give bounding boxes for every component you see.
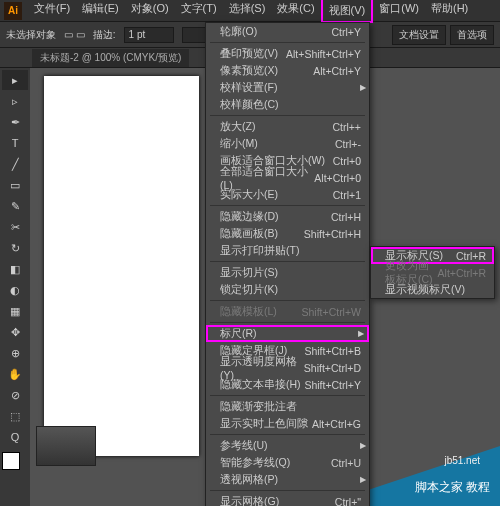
tool-10[interactable]: ◐ [2,280,28,300]
menu-w[interactable]: 窗口(W) [373,0,425,23]
tool-8[interactable]: ↻ [2,238,28,258]
menu-c[interactable]: 效果(C) [271,0,320,23]
preferences-button[interactable]: 首选项 [450,25,494,45]
view-menu-item-27[interactable]: 隐藏渐变批注者 [206,398,369,415]
view-menu-item-4[interactable]: 校样设置(F)▶ [206,79,369,96]
tool-6[interactable]: ✎ [2,196,28,216]
view-menu-item-28[interactable]: 显示实时上色间隙Alt+Ctrl+G [206,415,369,432]
tool-3[interactable]: T [2,133,28,153]
tool-0[interactable]: ▸ [2,70,28,90]
view-menu-item-17[interactable]: 显示切片(S) [206,264,369,281]
view-menu-item-20: 隐藏模板(L)Shift+Ctrl+W [206,303,369,320]
preview-thumbnail [36,426,96,466]
tool-14[interactable]: ✋ [2,364,28,384]
menu-o[interactable]: 对象(O) [125,0,175,23]
tool-12[interactable]: ✥ [2,322,28,342]
tool-16[interactable]: ⬚ [2,406,28,426]
tool-13[interactable]: ⊕ [2,343,28,363]
view-menu-item-0[interactable]: 轮廓(O)Ctrl+Y [206,23,369,40]
artboard[interactable] [44,76,199,456]
view-menu-item-11[interactable]: 实际大小(E)Ctrl+1 [206,186,369,203]
tool-15[interactable]: ⊘ [2,385,28,405]
app-logo-icon: Ai [4,2,22,20]
tools-panel: ▸▹✒T╱▭✎✂↻◧◐▦✥⊕✋⊘⬚Q [0,68,30,506]
tool-5[interactable]: ▭ [2,175,28,195]
document-tab[interactable]: 未标题-2 @ 100% (CMYK/预览) [32,49,189,67]
tool-4[interactable]: ╱ [2,154,28,174]
doc-setup-button[interactable]: 文档设置 [392,25,446,45]
view-menu-item-32[interactable]: 透视网格(P)▶ [206,471,369,488]
view-menu-item-10[interactable]: 全部适合窗口大小(L)Alt+Ctrl+0 [206,169,369,186]
menu-v[interactable]: 视图(V) [321,0,374,23]
tool-9[interactable]: ◧ [2,259,28,279]
menu-f[interactable]: 文件(F) [28,0,76,23]
menu-e[interactable]: 编辑(E) [76,0,125,23]
tool-1[interactable]: ▹ [2,91,28,111]
view-menu-item-13[interactable]: 隐藏边缘(D)Ctrl+H [206,208,369,225]
tool-7[interactable]: ✂ [2,217,28,237]
view-menu-item-31[interactable]: 智能参考线(Q)Ctrl+U [206,454,369,471]
view-menu-item-2[interactable]: 叠印预览(V)Alt+Shift+Ctrl+Y [206,45,369,62]
view-menu-item-25[interactable]: 隐藏文本串接(H)Shift+Ctrl+Y [206,376,369,393]
menu-h[interactable]: 帮助(H) [425,0,474,23]
ruler-menu-item-1: 更改为画板标尺(C)Alt+Ctrl+R [371,264,494,281]
stroke-weight-input[interactable]: 1 pt [124,27,174,43]
tool-17[interactable]: Q [2,427,28,447]
view-menu: 轮廓(O)Ctrl+Y叠印预览(V)Alt+Shift+Ctrl+Y像素预览(X… [205,22,370,506]
fill-swatch[interactable] [2,452,20,470]
view-menu-item-34[interactable]: 显示网格(G)Ctrl+" [206,493,369,506]
view-menu-item-30[interactable]: 参考线(U)▶ [206,437,369,454]
stroke-label: 描边: [93,28,116,42]
view-menu-item-24[interactable]: 显示透明度网格(Y)Shift+Ctrl+D [206,359,369,376]
tool-11[interactable]: ▦ [2,301,28,321]
view-menu-item-18[interactable]: 锁定切片(K) [206,281,369,298]
view-menu-item-3[interactable]: 像素预览(X)Alt+Ctrl+Y [206,62,369,79]
tool-2[interactable]: ✒ [2,112,28,132]
menubar: Ai 文件(F)编辑(E)对象(O)文字(T)选择(S)效果(C)视图(V)窗口… [0,0,500,22]
no-selection-label: 未选择对象 [6,28,56,42]
ruler-menu-item-2[interactable]: 显示视频标尺(V) [371,281,494,298]
view-menu-item-15[interactable]: 显示打印拼贴(T) [206,242,369,259]
view-menu-item-5[interactable]: 校样颜色(C) [206,96,369,113]
menu-s[interactable]: 选择(S) [223,0,272,23]
menu-t[interactable]: 文字(T) [175,0,223,23]
view-menu-item-8[interactable]: 缩小(M)Ctrl+- [206,135,369,152]
view-menu-item-7[interactable]: 放大(Z)Ctrl++ [206,118,369,135]
ruler-submenu: 显示标尺(S)Ctrl+R更改为画板标尺(C)Alt+Ctrl+R显示视频标尺(… [370,246,495,299]
view-menu-item-22[interactable]: 标尺(R)▶ [206,325,369,342]
view-menu-item-14[interactable]: 隐藏画板(B)Shift+Ctrl+H [206,225,369,242]
